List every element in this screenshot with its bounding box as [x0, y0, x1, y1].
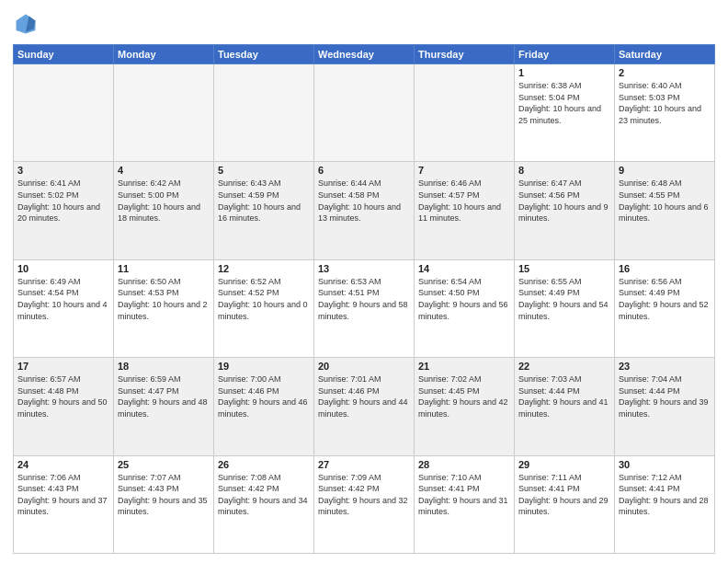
day-number: 12 [218, 263, 310, 274]
calendar-cell: 18Sunrise: 6:59 AMSunset: 4:47 PMDayligh… [114, 358, 214, 455]
day-info: Sunrise: 6:50 AMSunset: 4:53 PMDaylight:… [118, 276, 210, 322]
calendar-cell: 4Sunrise: 6:42 AMSunset: 5:00 PMDaylight… [114, 162, 214, 259]
day-info: Sunrise: 7:07 AMSunset: 4:43 PMDaylight:… [118, 472, 210, 518]
calendar-cell: 17Sunrise: 6:57 AMSunset: 4:48 PMDayligh… [14, 358, 114, 455]
col-header-tuesday: Tuesday [214, 45, 314, 64]
day-number: 3 [17, 165, 109, 176]
calendar-cell [14, 64, 114, 162]
week-row-5: 24Sunrise: 7:06 AMSunset: 4:43 PMDayligh… [14, 455, 715, 553]
col-header-friday: Friday [515, 45, 615, 64]
day-number: 24 [17, 459, 109, 470]
day-info: Sunrise: 7:09 AMSunset: 4:42 PMDaylight:… [318, 472, 410, 518]
header [13, 11, 715, 37]
calendar-cell: 19Sunrise: 7:00 AMSunset: 4:46 PMDayligh… [214, 358, 314, 455]
day-info: Sunrise: 7:02 AMSunset: 4:45 PMDaylight:… [418, 373, 510, 419]
day-info: Sunrise: 6:42 AMSunset: 5:00 PMDaylight:… [118, 178, 210, 224]
calendar-cell: 29Sunrise: 7:11 AMSunset: 4:41 PMDayligh… [515, 455, 615, 553]
logo [13, 11, 42, 37]
day-number: 21 [418, 361, 510, 372]
col-header-monday: Monday [114, 45, 214, 64]
day-info: Sunrise: 6:53 AMSunset: 4:51 PMDaylight:… [318, 276, 410, 322]
day-info: Sunrise: 7:12 AMSunset: 4:41 PMDaylight:… [619, 472, 711, 518]
col-header-sunday: Sunday [14, 45, 114, 64]
calendar-cell: 30Sunrise: 7:12 AMSunset: 4:41 PMDayligh… [615, 455, 715, 553]
calendar-cell [314, 64, 415, 162]
day-info: Sunrise: 7:00 AMSunset: 4:46 PMDaylight:… [218, 373, 310, 419]
day-info: Sunrise: 7:08 AMSunset: 4:42 PMDaylight:… [218, 472, 310, 518]
day-number: 9 [619, 165, 711, 176]
page: SundayMondayTuesdayWednesdayThursdayFrid… [0, 0, 728, 563]
day-info: Sunrise: 6:40 AMSunset: 5:03 PMDaylight:… [619, 80, 711, 126]
day-info: Sunrise: 6:54 AMSunset: 4:50 PMDaylight:… [418, 276, 510, 322]
calendar-cell: 27Sunrise: 7:09 AMSunset: 4:42 PMDayligh… [314, 455, 415, 553]
day-info: Sunrise: 6:49 AMSunset: 4:54 PMDaylight:… [17, 276, 109, 322]
day-info: Sunrise: 6:38 AMSunset: 5:04 PMDaylight:… [518, 80, 610, 126]
day-number: 23 [619, 361, 711, 372]
week-row-2: 3Sunrise: 6:41 AMSunset: 5:02 PMDaylight… [14, 162, 715, 259]
calendar-cell: 25Sunrise: 7:07 AMSunset: 4:43 PMDayligh… [114, 455, 214, 553]
day-number: 25 [118, 459, 210, 470]
day-number: 30 [619, 459, 711, 470]
calendar-cell: 20Sunrise: 7:01 AMSunset: 4:46 PMDayligh… [314, 358, 415, 455]
calendar-cell: 13Sunrise: 6:53 AMSunset: 4:51 PMDayligh… [314, 259, 415, 357]
day-number: 10 [17, 263, 109, 274]
calendar-table: SundayMondayTuesdayWednesdayThursdayFrid… [13, 44, 715, 554]
col-header-thursday: Thursday [415, 45, 515, 64]
logo-icon [13, 11, 39, 37]
day-info: Sunrise: 6:43 AMSunset: 4:59 PMDaylight:… [218, 178, 310, 224]
day-info: Sunrise: 7:01 AMSunset: 4:46 PMDaylight:… [318, 373, 410, 419]
day-info: Sunrise: 7:06 AMSunset: 4:43 PMDaylight:… [17, 472, 109, 518]
calendar-cell: 15Sunrise: 6:55 AMSunset: 4:49 PMDayligh… [515, 259, 615, 357]
day-info: Sunrise: 6:52 AMSunset: 4:52 PMDaylight:… [218, 276, 310, 322]
week-row-3: 10Sunrise: 6:49 AMSunset: 4:54 PMDayligh… [14, 259, 715, 357]
calendar-cell [415, 64, 515, 162]
day-info: Sunrise: 6:57 AMSunset: 4:48 PMDaylight:… [17, 373, 109, 419]
calendar-header-row: SundayMondayTuesdayWednesdayThursdayFrid… [14, 45, 715, 64]
day-number: 14 [418, 263, 510, 274]
day-info: Sunrise: 6:55 AMSunset: 4:49 PMDaylight:… [518, 276, 610, 322]
calendar-cell: 10Sunrise: 6:49 AMSunset: 4:54 PMDayligh… [14, 259, 114, 357]
calendar-cell: 6Sunrise: 6:44 AMSunset: 4:58 PMDaylight… [314, 162, 415, 259]
calendar-cell [114, 64, 214, 162]
day-number: 19 [218, 361, 310, 372]
calendar-cell: 9Sunrise: 6:48 AMSunset: 4:55 PMDaylight… [615, 162, 715, 259]
day-number: 8 [518, 165, 610, 176]
calendar-cell: 28Sunrise: 7:10 AMSunset: 4:41 PMDayligh… [415, 455, 515, 553]
week-row-1: 1Sunrise: 6:38 AMSunset: 5:04 PMDaylight… [14, 64, 715, 162]
day-number: 5 [218, 165, 310, 176]
calendar-cell: 22Sunrise: 7:03 AMSunset: 4:44 PMDayligh… [515, 358, 615, 455]
day-number: 26 [218, 459, 310, 470]
day-info: Sunrise: 7:03 AMSunset: 4:44 PMDaylight:… [518, 373, 610, 419]
calendar-cell: 14Sunrise: 6:54 AMSunset: 4:50 PMDayligh… [415, 259, 515, 357]
day-info: Sunrise: 6:47 AMSunset: 4:56 PMDaylight:… [518, 178, 610, 224]
calendar-cell: 5Sunrise: 6:43 AMSunset: 4:59 PMDaylight… [214, 162, 314, 259]
calendar-cell: 12Sunrise: 6:52 AMSunset: 4:52 PMDayligh… [214, 259, 314, 357]
calendar-cell [214, 64, 314, 162]
day-number: 4 [118, 165, 210, 176]
day-info: Sunrise: 6:46 AMSunset: 4:57 PMDaylight:… [418, 178, 510, 224]
day-info: Sunrise: 7:10 AMSunset: 4:41 PMDaylight:… [418, 472, 510, 518]
day-info: Sunrise: 6:56 AMSunset: 4:49 PMDaylight:… [619, 276, 711, 322]
day-number: 1 [518, 67, 610, 78]
day-number: 22 [518, 361, 610, 372]
day-info: Sunrise: 6:59 AMSunset: 4:47 PMDaylight:… [118, 373, 210, 419]
calendar-cell: 24Sunrise: 7:06 AMSunset: 4:43 PMDayligh… [14, 455, 114, 553]
day-number: 20 [318, 361, 410, 372]
day-number: 11 [118, 263, 210, 274]
day-info: Sunrise: 6:41 AMSunset: 5:02 PMDaylight:… [17, 178, 109, 224]
day-info: Sunrise: 7:11 AMSunset: 4:41 PMDaylight:… [518, 472, 610, 518]
day-number: 28 [418, 459, 510, 470]
day-number: 2 [619, 67, 711, 78]
calendar-cell: 8Sunrise: 6:47 AMSunset: 4:56 PMDaylight… [515, 162, 615, 259]
day-number: 27 [318, 459, 410, 470]
calendar-cell: 2Sunrise: 6:40 AMSunset: 5:03 PMDaylight… [615, 64, 715, 162]
day-number: 13 [318, 263, 410, 274]
day-number: 18 [118, 361, 210, 372]
calendar-cell: 1Sunrise: 6:38 AMSunset: 5:04 PMDaylight… [515, 64, 615, 162]
day-number: 7 [418, 165, 510, 176]
calendar-cell: 7Sunrise: 6:46 AMSunset: 4:57 PMDaylight… [415, 162, 515, 259]
week-row-4: 17Sunrise: 6:57 AMSunset: 4:48 PMDayligh… [14, 358, 715, 455]
day-info: Sunrise: 6:44 AMSunset: 4:58 PMDaylight:… [318, 178, 410, 224]
day-number: 17 [17, 361, 109, 372]
day-number: 6 [318, 165, 410, 176]
